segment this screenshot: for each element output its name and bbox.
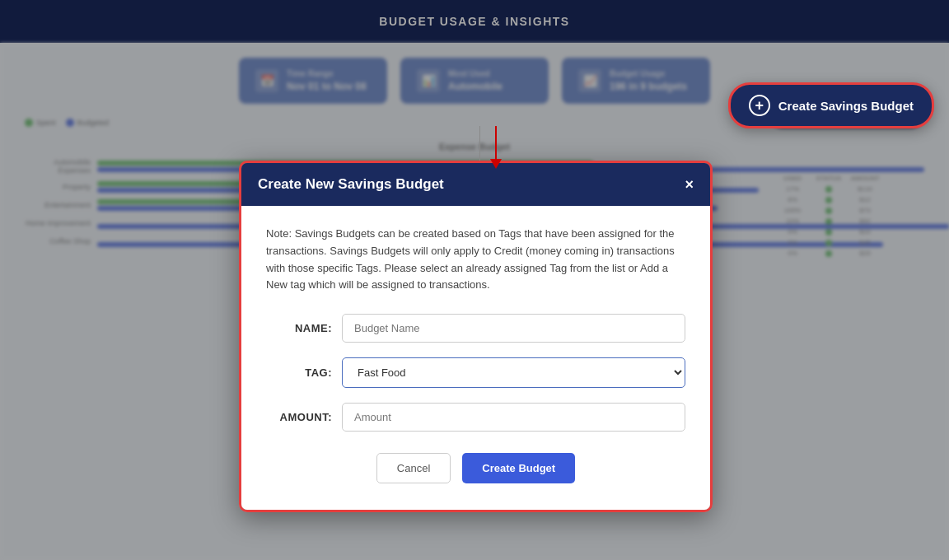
budget-name-input[interactable] — [342, 314, 685, 343]
tag-form-row: TAG: Fast Food Groceries Utilities Enter… — [266, 357, 685, 388]
modal-body: Note: Savings Budgets can be created bas… — [241, 206, 710, 510]
modal-title: Create New Savings Budget — [258, 176, 444, 193]
amount-label: AMOUNT: — [266, 411, 332, 423]
tag-label: TAG: — [266, 366, 332, 379]
create-savings-budget-modal: Create New Savings Budget × Note: Saving… — [239, 161, 713, 512]
arrow-indicator — [490, 126, 502, 169]
connector-line — [479, 126, 480, 161]
modal-close-button[interactable]: × — [685, 177, 694, 192]
amount-input[interactable] — [342, 403, 685, 432]
create-budget-button[interactable]: Create Budget — [462, 453, 575, 483]
modal-footer: Cancel Create Budget — [266, 446, 685, 490]
plus-circle-icon: + — [749, 95, 770, 116]
arrow-head — [490, 159, 502, 169]
amount-form-row: AMOUNT: — [266, 403, 685, 432]
create-savings-budget-button[interactable]: + Create Savings Budget — [728, 82, 934, 128]
modal-note: Note: Savings Budgets can be created bas… — [266, 226, 685, 294]
arrow-line — [495, 126, 497, 159]
name-label: NAME: — [266, 322, 332, 334]
name-form-row: NAME: — [266, 314, 685, 343]
modal-header: Create New Savings Budget × — [241, 163, 710, 206]
cancel-button[interactable]: Cancel — [376, 453, 451, 483]
tag-select[interactable]: Fast Food Groceries Utilities Entertainm… — [342, 357, 685, 388]
create-savings-btn-label: Create Savings Budget — [778, 99, 914, 113]
